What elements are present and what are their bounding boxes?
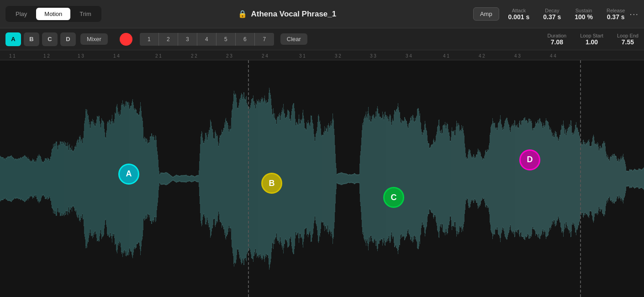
- param-decay: Decay 0.37 s: [543, 8, 561, 21]
- lock-icon: 🔒: [238, 10, 247, 18]
- mixer-button[interactable]: Mixer: [80, 33, 108, 45]
- marker-circle-a[interactable]: A: [118, 164, 139, 185]
- segment-1[interactable]: 1: [140, 33, 159, 46]
- param-sustain: Sustain 100 %: [575, 8, 593, 21]
- param-release: Release 0.37 s: [607, 8, 625, 21]
- release-value: 0.37 s: [607, 13, 625, 21]
- marker-button-c[interactable]: C: [42, 32, 58, 46]
- ruler-mark-11: 1 1: [9, 53, 16, 58]
- ruler-mark-32: 3 2: [335, 53, 341, 58]
- param-attack: Attack 0.001 s: [508, 8, 530, 21]
- top-bar: Play Motion Trim 🔒 Athena Vocal Phrase_1…: [0, 0, 644, 28]
- ruler-mark-34: 3 4: [406, 53, 412, 58]
- ruler-mark-43: 4 3: [514, 53, 521, 58]
- decay-label: Decay: [545, 8, 559, 13]
- loop-end-line: [580, 60, 581, 297]
- loop-start-label: Loop Start: [580, 33, 603, 38]
- track-title: Athena Vocal Phrase_1: [251, 10, 336, 19]
- waveform-area[interactable]: A B C D: [0, 60, 644, 297]
- title-section: 🔒 Athena Vocal Phrase_1: [101, 10, 473, 19]
- ruler-mark-33: 3 3: [370, 53, 376, 58]
- release-label: Release: [607, 8, 625, 13]
- waveform-canvas: [0, 60, 644, 297]
- ruler-mark-23: 2 3: [226, 53, 232, 58]
- segment-bar: 1 2 3 4 5 6 7: [140, 33, 274, 46]
- ruler-mark-14: 1 4: [113, 53, 120, 58]
- duration-label: Duration: [548, 33, 567, 38]
- loop-start-value: 1.00: [586, 38, 598, 46]
- clear-button[interactable]: Clear: [280, 33, 307, 45]
- ruler-mark-31: 3 1: [299, 53, 306, 58]
- ruler-mark-44: 4 4: [550, 53, 556, 58]
- segment-6[interactable]: 6: [236, 33, 255, 46]
- ruler-mark-41: 4 1: [443, 53, 449, 58]
- tab-play[interactable]: Play: [7, 8, 35, 20]
- sustain-value: 100 %: [575, 13, 593, 21]
- attack-value: 0.001 s: [508, 13, 530, 21]
- ruler-mark-12: 1 2: [43, 53, 50, 58]
- amp-button[interactable]: Amp: [473, 7, 499, 21]
- segment-5[interactable]: 5: [216, 33, 236, 46]
- sustain-label: Sustain: [575, 8, 592, 13]
- marker-circle-d[interactable]: D: [519, 149, 540, 170]
- duration-value: 7.08: [551, 38, 563, 46]
- tab-trim[interactable]: Trim: [71, 8, 100, 20]
- decay-value: 0.37 s: [543, 13, 561, 21]
- second-bar: A B C D Mixer 1 2 3 4 5 6 7 Clear Durati…: [0, 28, 644, 50]
- info-loop-start: Loop Start 1.00: [580, 33, 603, 46]
- marker-button-d[interactable]: D: [60, 32, 76, 46]
- second-bar-right: Duration 7.08 Loop Start 1.00 Loop End 7…: [548, 33, 639, 46]
- info-loop-end: Loop End 7.55: [617, 33, 639, 46]
- marker-circle-c[interactable]: C: [383, 187, 404, 208]
- attack-label: Attack: [512, 8, 526, 13]
- more-options-button[interactable]: ···: [629, 9, 639, 19]
- params-group: Attack 0.001 s Decay 0.37 s Sustain 100 …: [508, 8, 625, 21]
- segment-3[interactable]: 3: [178, 33, 197, 46]
- ruler-mark-13: 1 3: [78, 53, 84, 58]
- record-button[interactable]: [120, 33, 132, 46]
- tab-motion[interactable]: Motion: [36, 8, 70, 20]
- ruler-mark-21: 2 1: [155, 53, 162, 58]
- marker-button-b[interactable]: B: [24, 32, 39, 46]
- ruler: 1 1 1 2 1 3 1 4 2 1 2 2 2 3 2 4 3 1 3 2 …: [0, 50, 644, 60]
- marker-circle-b[interactable]: B: [261, 173, 282, 194]
- ruler-mark-24: 2 4: [262, 53, 268, 58]
- loop-start-line: [248, 60, 249, 297]
- marker-button-a[interactable]: A: [5, 32, 21, 46]
- loop-end-label: Loop End: [617, 33, 639, 38]
- info-duration: Duration 7.08: [548, 33, 567, 46]
- segment-2[interactable]: 2: [159, 33, 178, 46]
- ruler-mark-42: 4 2: [479, 53, 485, 58]
- ruler-mark-22: 2 2: [191, 53, 197, 58]
- loop-end-value: 7.55: [622, 38, 634, 46]
- tab-group: Play Motion Trim: [5, 6, 101, 22]
- segment-4[interactable]: 4: [197, 33, 216, 46]
- segment-7[interactable]: 7: [255, 33, 274, 46]
